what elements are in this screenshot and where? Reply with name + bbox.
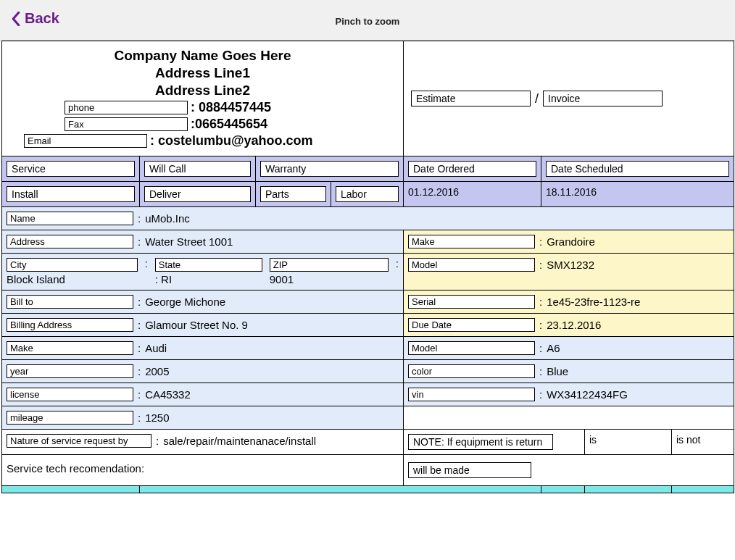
year-value: 2005 [145, 365, 169, 377]
row-note: NOTE: If equipment is return [404, 430, 585, 455]
row-nature: Nature of service request by : sale/repa… [2, 430, 404, 455]
date-scheduled-value: 18.11.2016 [546, 186, 597, 198]
cell-deliver: Deliver [140, 182, 256, 207]
date-ordered-label: Date Ordered [408, 161, 536, 177]
nature-label: Nature of service request by [7, 434, 151, 448]
row-mileage: mileage : 1250 [2, 406, 404, 430]
vmodel-label: Model [408, 341, 535, 355]
phone-label: phone [65, 101, 188, 114]
cell-install: Install [2, 182, 140, 207]
invoice-box: Invoice [543, 91, 663, 106]
email-value: : costelumbu@yahoo.com [147, 133, 313, 149]
billto-label: Bill to [7, 295, 133, 309]
cell-parts: Parts [256, 182, 331, 207]
row-address: Address : Water Street 1001 [2, 230, 404, 254]
cell-willcall: Will Call [140, 156, 256, 182]
row-duedate: Due Date : 23.12.2016 [404, 314, 734, 337]
state-value: RI [161, 273, 172, 285]
date-ordered-value: 01.12.2016 [408, 186, 459, 198]
teal-cell [140, 486, 541, 493]
warranty-label: Warranty [260, 161, 399, 177]
fax-value: :0665445654 [188, 117, 267, 132]
row-year: year : 2005 [2, 360, 404, 383]
year-label: year [7, 364, 133, 378]
row-willbe: will be made [404, 455, 734, 486]
mileage-value: 1250 [145, 411, 169, 424]
row-license: license : CA45332 [2, 383, 404, 406]
teal-cell [2, 486, 140, 493]
cell-date-scheduled-hdr: Date Scheduled [541, 156, 734, 182]
note-label: NOTE: If equipment is return [408, 434, 553, 450]
row-recommendation: Service tech recomendation: [2, 455, 404, 486]
billaddr-value: Glamour Street No. 9 [145, 319, 248, 331]
rec-label: Service tech recomendation: [7, 462, 144, 475]
equip-model-label: Model [408, 258, 535, 272]
vin-label: vin [408, 388, 535, 401]
row-color: color : Blue [404, 360, 734, 383]
state-label: State [155, 258, 262, 272]
service-label: Service [7, 161, 135, 177]
vmake-value: Audi [145, 342, 167, 354]
document-area[interactable]: Company Name Goes Here Address Line1 Add… [1, 41, 734, 493]
due-value: 23.12.2016 [547, 319, 601, 331]
cell-date-scheduled-val: 18.11.2016 [541, 182, 734, 207]
company-addr1: Address Line1 [7, 64, 399, 82]
vmodel-value: A6 [547, 342, 560, 354]
cell-date-ordered-hdr: Date Ordered [404, 156, 541, 182]
mileage-label: mileage [7, 411, 133, 425]
is-label: is [589, 434, 597, 446]
company-header: Company Name Goes Here Address Line1 Add… [2, 41, 404, 156]
email-label: Email [24, 134, 147, 148]
date-scheduled-label: Date Scheduled [546, 161, 729, 177]
phone-value: : 0884457445 [188, 100, 271, 115]
serial-label: Serial [408, 295, 535, 309]
cell-is: is [585, 430, 672, 455]
color-value: Blue [547, 365, 568, 377]
equip-make-label: Make [408, 235, 535, 248]
fax-label: Fax [65, 117, 188, 131]
vmake-label: Make [7, 341, 133, 355]
cell-service: Service [2, 156, 140, 182]
company-addr2: Address Line2 [7, 82, 399, 99]
billto-value: George Michone [145, 296, 225, 308]
name-label: Name [7, 212, 133, 225]
cell-date-ordered-val: 01.12.2016 [404, 182, 541, 207]
zip-label: ZIP [270, 258, 389, 272]
row-billto: Bill to : George Michone [2, 291, 404, 314]
city-label: City [7, 258, 138, 272]
cell-labor: Labor [331, 182, 404, 207]
row-vmake: Make : Audi [2, 337, 404, 360]
teal-cell [541, 486, 585, 493]
vin-value: WX34122434FG [547, 388, 628, 401]
invoice-form: Company Name Goes Here Address Line1 Add… [1, 41, 734, 493]
isnot-label: is not [676, 434, 700, 446]
row-serial: Serial : 1e45-23fre-1123-re [404, 291, 734, 314]
license-label: license [7, 388, 133, 401]
billaddr-label: Billing Address [7, 318, 133, 332]
willcall-label: Will Call [144, 161, 251, 177]
estimate-invoice-area: Estimate / Invoice [404, 41, 734, 156]
cell-isnot: is not [672, 430, 734, 455]
color-label: color [408, 364, 535, 378]
teal-cell [585, 486, 672, 493]
license-value: CA45332 [145, 388, 191, 401]
teal-cell [672, 486, 734, 493]
labor-label: Labor [336, 186, 399, 202]
row-billaddr: Billing Address : Glamour Street No. 9 [2, 314, 404, 337]
address-value: Water Street 1001 [145, 235, 233, 248]
due-label: Due Date [408, 318, 535, 332]
estimate-box: Estimate [411, 91, 531, 106]
nature-value: sale/repair/maintenanace/install [163, 435, 316, 447]
row-vmodel: Model : A6 [404, 337, 734, 360]
row-name: Name : uMob.Inc [2, 207, 734, 230]
willbe-label: will be made [408, 462, 531, 478]
equip-model-value: SMX1232 [547, 259, 594, 271]
top-bar: Back Pinch to zoom [0, 0, 735, 41]
serial-value: 1e45-23fre-1123-re [547, 296, 640, 308]
row-model-equip: Model : SMX1232 [404, 254, 734, 291]
row-vin: vin : WX34122434FG [404, 383, 734, 406]
equip-make-value: Grandoire [547, 235, 595, 248]
company-name: Company Name Goes Here [7, 47, 399, 64]
install-label: Install [7, 186, 135, 202]
parts-label: Parts [260, 186, 326, 202]
